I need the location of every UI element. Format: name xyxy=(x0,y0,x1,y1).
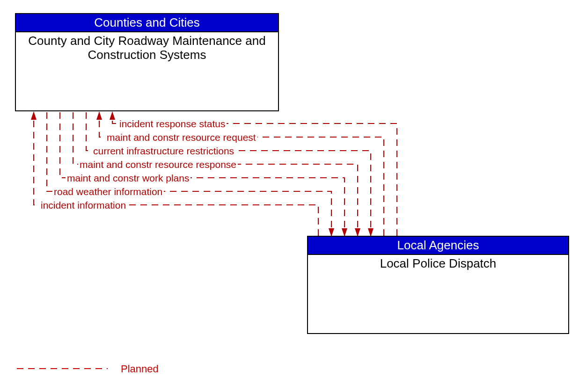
flow-label-road-weather: road weather information xyxy=(52,186,164,197)
entity-counties-cities[interactable]: Counties and Cities County and City Road… xyxy=(15,13,279,111)
flow-label-resource-response: maint and constr resource response xyxy=(78,159,238,170)
entity-header: Counties and Cities xyxy=(16,14,278,32)
flow-label-infrastructure-restrictions: current infrastructure restrictions xyxy=(92,145,235,157)
entity-body: County and City Roadway Maintenance and … xyxy=(16,32,278,64)
entity-header: Local Agencies xyxy=(308,237,568,255)
entity-body: Local Police Dispatch xyxy=(308,255,568,273)
flow-label-resource-request: maint and constr resource request xyxy=(105,132,257,143)
legend-planned: Planned xyxy=(121,363,159,375)
flow-label-incident-response-status: incident response status xyxy=(118,118,227,130)
flow-label-work-plans: maint and constr work plans xyxy=(66,173,190,184)
flow-label-incident-information: incident information xyxy=(39,200,127,211)
entity-local-agencies[interactable]: Local Agencies Local Police Dispatch xyxy=(307,236,569,334)
